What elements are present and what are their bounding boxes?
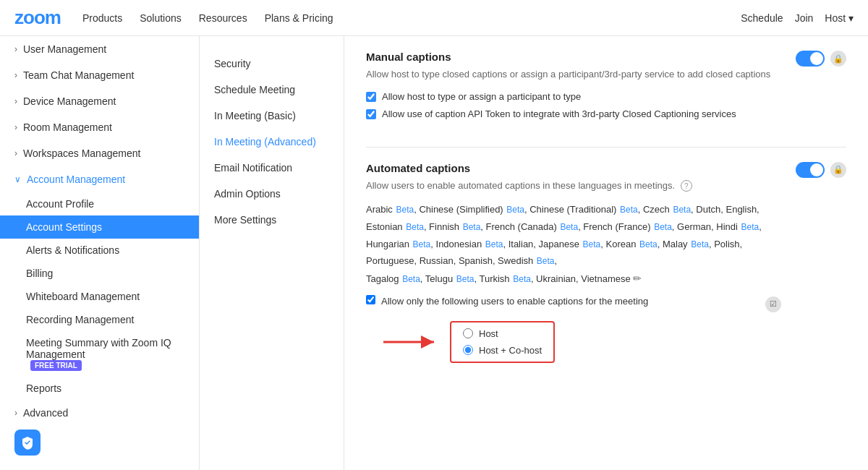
lang-beta-hindi: Beta [741, 222, 760, 232]
radio-host[interactable]: Host [463, 328, 542, 339]
caption-radio-group: Host Host + Co-host [450, 321, 555, 363]
red-arrow-icon [380, 333, 438, 351]
middle-admin-options[interactable]: Admin Options [200, 181, 344, 207]
sidebar-sub-account-profile[interactable]: Account Profile [26, 192, 199, 215]
sidebar-sub-whiteboard[interactable]: Whiteboard Management [26, 285, 199, 308]
sidebar-item-device-management[interactable]: › Device Management [0, 88, 199, 114]
radio-host-cohost-label: Host + Co-host [479, 345, 542, 356]
info-icon[interactable]: ? [681, 180, 692, 192]
shield-icon [20, 435, 35, 450]
sidebar-item-workspaces[interactable]: › Workspaces Management [0, 140, 199, 166]
sidebar-item-user-management[interactable]: › User Management [0, 36, 199, 62]
manual-captions-header: Manual captions [366, 51, 781, 63]
automated-captions-lock-icon[interactable]: 🔒 [830, 162, 846, 178]
radio-host-label: Host [479, 328, 498, 339]
allow-caption-left: Allow only the following users to enable… [366, 295, 760, 308]
automated-captions-row: Automated captions Allow users to enable… [366, 162, 846, 363]
manual-captions-toggle[interactable] [796, 51, 825, 67]
lang-beta-estonian: Beta [406, 222, 424, 232]
sidebar-label-advanced: Advanced [23, 407, 68, 419]
nav-resources[interactable]: Resources [199, 9, 247, 27]
middle-in-meeting-advanced[interactable]: In Meeting (Advanced) [200, 129, 344, 155]
sidebar-sub-billing[interactable]: Billing [26, 262, 199, 285]
chevron-icon: › [14, 122, 17, 132]
lang-beta-korean: Beta [639, 239, 658, 249]
allow-caption-label: Allow only the following users to enable… [381, 295, 648, 308]
sidebar-sub-account: Account Profile Account Settings Alerts … [0, 192, 199, 400]
sidebar: › User Management › Team Chat Management… [0, 36, 200, 470]
shield-badge[interactable] [14, 430, 41, 456]
sidebar-label-user-management: User Management [23, 43, 106, 55]
sidebar-group-account-management-header[interactable]: ∨ Account Management [0, 166, 199, 192]
zoom-logo[interactable]: zoom [14, 7, 61, 29]
radio-host-input[interactable] [463, 328, 473, 338]
lang-beta-fr-fr: Beta [654, 222, 672, 232]
automated-captions-controls: 🔒 [796, 162, 846, 178]
sidebar-item-advanced[interactable]: › Advanced [0, 400, 199, 426]
sidebar-label-room-management: Room Management [23, 121, 112, 133]
automated-captions-toggle[interactable] [796, 162, 825, 178]
join-btn[interactable]: Join [795, 12, 814, 24]
manual-captions-section: Manual captions Allow host to type close… [366, 51, 846, 125]
sidebar-label-workspaces: Workspaces Management [23, 148, 140, 159]
language-list: Arabic Beta, Chinese (Simplified) Beta, … [366, 201, 781, 288]
allow-caption-checkbox[interactable] [366, 295, 375, 304]
checkbox-host-type-input[interactable] [366, 92, 376, 102]
nav-solutions[interactable]: Solutions [140, 9, 182, 27]
chevron-icon: › [14, 96, 17, 106]
checkbox-host-type-label: Allow host to type or assign a participa… [382, 90, 581, 103]
chevron-icon: › [14, 70, 17, 80]
manual-captions-text: Manual captions Allow host to type close… [366, 51, 781, 125]
radio-host-cohost[interactable]: Host + Co-host [463, 345, 542, 356]
checkbox-caption-api-label: Allow use of caption API Token to integr… [382, 108, 736, 121]
lang-beta-zh-t: Beta [620, 205, 638, 215]
lang-beta-indonesian: Beta [485, 239, 503, 249]
radio-host-cohost-input[interactable] [463, 345, 473, 355]
host-btn[interactable]: Host ▾ [825, 12, 854, 24]
automated-captions-desc: Allow users to enable automated captions… [366, 179, 781, 193]
allow-caption-lock-icon[interactable]: ☑ [765, 296, 781, 312]
lang-beta-finnish: Beta [463, 222, 481, 232]
middle-more-settings[interactable]: More Settings [200, 207, 344, 233]
middle-schedule-meeting[interactable]: Schedule Meeting [200, 77, 344, 103]
manual-captions-desc: Allow host to type closed captions or as… [366, 67, 781, 82]
chevron-icon: › [14, 408, 17, 418]
lang-beta-swedish: Beta [537, 256, 555, 266]
sidebar-label-account-management: Account Management [27, 174, 125, 185]
sidebar-sub-reports[interactable]: Reports [26, 377, 199, 400]
lang-beta-czech: Beta [673, 205, 691, 215]
nav-right: Schedule Join Host ▾ [741, 12, 854, 24]
chevron-icon: › [14, 44, 17, 54]
middle-security[interactable]: Security [200, 51, 344, 77]
layout: › User Management › Team Chat Management… [0, 36, 868, 470]
sidebar-item-team-chat[interactable]: › Team Chat Management [0, 62, 199, 88]
sidebar-sub-alerts[interactable]: Alerts & Notifications [26, 239, 199, 262]
sidebar-item-room-management[interactable]: › Room Management [0, 114, 199, 140]
lang-beta-hungarian: Beta [413, 239, 431, 249]
manual-captions-controls: 🔒 [796, 51, 846, 67]
nav-links: Products Solutions Resources Plans & Pri… [82, 9, 333, 27]
nav-plans[interactable]: Plans & Pricing [265, 9, 333, 27]
automated-captions-header: Automated captions [366, 162, 781, 174]
lang-beta-malay: Beta [691, 239, 709, 249]
checkbox-caption-api-input[interactable] [366, 109, 376, 119]
main-content: Manual captions Allow host to type close… [344, 36, 868, 470]
middle-panel: Security Schedule Meeting In Meeting (Ba… [200, 36, 344, 470]
sidebar-sub-account-settings[interactable]: Account Settings [0, 215, 199, 239]
edit-languages-icon[interactable]: ✏ [633, 273, 642, 284]
nav-products[interactable]: Products [82, 9, 122, 27]
sidebar-sub-recording[interactable]: Recording Management [26, 308, 199, 331]
middle-email-notification[interactable]: Email Notification [200, 155, 344, 181]
lang-beta-tagalog: Beta [402, 274, 420, 284]
sidebar-sub-meeting-summary[interactable]: Meeting Summary with Zoom IQ Management … [26, 331, 199, 377]
manual-captions-row: Manual captions Allow host to type close… [366, 51, 846, 125]
manual-captions-title: Manual captions [366, 51, 451, 63]
middle-in-meeting-basic[interactable]: In Meeting (Basic) [200, 103, 344, 129]
sidebar-label-team-chat: Team Chat Management [23, 69, 134, 81]
chevron-icon: › [14, 148, 17, 158]
automated-captions-section: Automated captions Allow users to enable… [366, 162, 846, 363]
schedule-btn[interactable]: Schedule [741, 12, 783, 24]
radio-group-container: Host Host + Co-host [380, 321, 781, 363]
automated-captions-title: Automated captions [366, 162, 470, 174]
manual-captions-lock-icon[interactable]: 🔒 [830, 51, 846, 67]
